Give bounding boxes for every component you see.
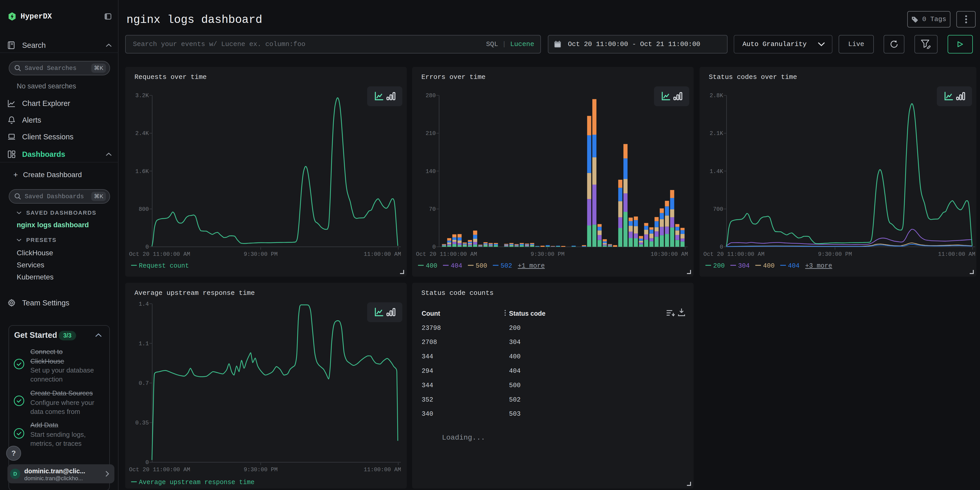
svg-text:1.6K: 1.6K [135,169,149,175]
svg-text:+3 more: +3 more [805,262,832,270]
svg-text:2.1K: 2.1K [710,130,724,137]
svg-text:Oct 20 11:00:00 AM: Oct 20 11:00:00 AM [129,467,190,473]
svg-text:800: 800 [138,206,149,213]
svg-text:404: 404 [509,368,520,375]
svg-text:Request count: Request count [139,262,189,270]
svg-text:0: 0 [145,244,149,250]
svg-text:502: 502 [509,396,520,404]
svg-text:2708: 2708 [422,339,437,346]
svg-text:1.4K: 1.4K [710,169,724,175]
svg-text:344: 344 [422,353,433,360]
svg-text:10:30:00 AM: 10:30:00 AM [651,251,688,258]
svg-text:280: 280 [425,92,436,99]
svg-text:3.2K: 3.2K [135,92,149,99]
svg-text:Count: Count [422,310,441,317]
svg-text:Average upstream response time: Average upstream response time [139,479,255,486]
svg-text:502: 502 [501,262,512,270]
svg-text:Oct 20 11:00:00 AM: Oct 20 11:00:00 AM [703,251,765,258]
svg-text:500: 500 [476,262,487,270]
svg-text:1.1: 1.1 [138,340,149,347]
svg-text:Errors over time: Errors over time [422,73,486,81]
svg-text:400: 400 [509,353,520,360]
svg-text:2.8K: 2.8K [710,92,724,99]
svg-text:Status code: Status code [509,310,546,317]
svg-text:Oct 20 11:00:00 AM: Oct 20 11:00:00 AM [416,251,477,258]
svg-text:200: 200 [713,262,725,270]
svg-text:0.7: 0.7 [138,380,149,387]
svg-text:0.35: 0.35 [135,420,149,426]
svg-text:344: 344 [422,382,433,389]
svg-text:200: 200 [509,325,520,332]
svg-text:9:30:00 PM: 9:30:00 PM [818,251,852,258]
svg-text:352: 352 [422,396,433,404]
svg-text:340: 340 [422,410,433,418]
svg-text:9:30:00 PM: 9:30:00 PM [244,251,278,258]
svg-text:11:00:00 AM: 11:00:00 AM [364,251,401,258]
svg-text:404: 404 [788,262,800,270]
svg-text:Status codes over time: Status codes over time [709,73,797,81]
svg-text:400: 400 [426,262,437,270]
svg-text:Loading...: Loading... [442,434,485,442]
svg-text:1.4: 1.4 [138,301,149,307]
svg-text:0: 0 [145,460,149,466]
svg-text:404: 404 [451,262,462,270]
svg-text:140: 140 [425,169,436,175]
svg-text:700: 700 [713,206,723,213]
svg-text:210: 210 [425,130,436,137]
svg-text:Requests over time: Requests over time [134,73,207,81]
svg-text:2.4K: 2.4K [135,130,149,137]
svg-text:Oct 20 11:00:00 AM: Oct 20 11:00:00 AM [129,251,190,258]
svg-text:294: 294 [422,368,433,375]
svg-text:9:30:00 PM: 9:30:00 PM [244,467,278,473]
svg-text:70: 70 [429,206,436,213]
svg-text:11:00:00 AM: 11:00:00 AM [364,467,401,473]
svg-text:Average upstream response time: Average upstream response time [134,289,255,297]
svg-text:9:30:00 PM: 9:30:00 PM [531,251,565,258]
svg-text:304: 304 [509,339,520,346]
svg-text:23798: 23798 [422,325,441,332]
svg-text:+1 more: +1 more [518,262,545,270]
svg-text:400: 400 [763,262,775,270]
svg-text:Status code counts: Status code counts [422,289,493,297]
svg-text:11:00:00 AM: 11:00:00 AM [938,251,975,258]
svg-text:503: 503 [509,410,520,418]
svg-text:304: 304 [738,262,750,270]
svg-text:500: 500 [509,382,520,389]
svg-text:0: 0 [720,244,723,250]
svg-text:0: 0 [433,244,436,250]
